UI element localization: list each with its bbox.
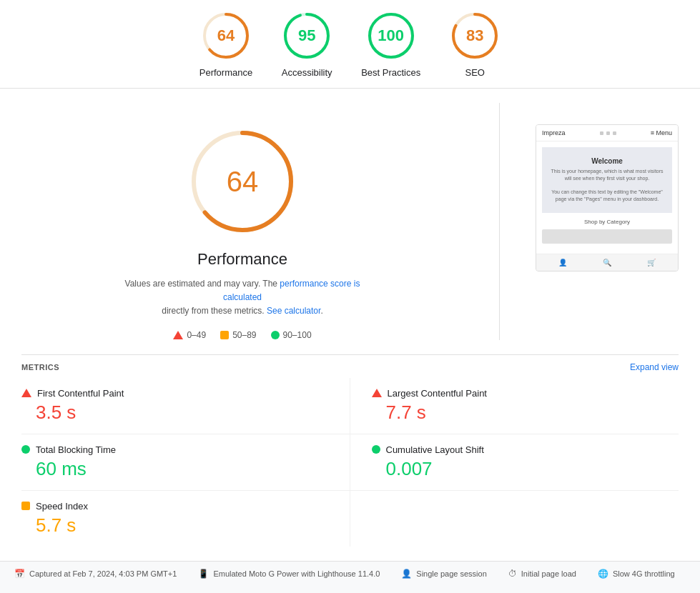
orange-dot-icon [220,331,229,339]
wp-hero-title: Welcome [548,157,666,165]
wp-nav-dot-2 [606,131,610,135]
metric-cls-header: Cumulative Layout Shift [372,444,679,455]
wp-section-title: Shop by Category [542,219,672,225]
cls-value: 0.007 [372,458,679,480]
cls-name: Cumulative Layout Shift [386,444,484,455]
score-value-performance: 64 [217,26,235,45]
score-item-seo[interactable]: 83 SEO [449,10,501,78]
lcp-name: Largest Contentful Paint [388,388,487,399]
perf-desc: Values are estimated and may vary. The p… [121,277,364,319]
info-session-text: Single page session [416,569,486,578]
fcp-value: 3.5 s [21,402,335,424]
wp-footer-cart-icon: 🛒 [647,259,656,266]
metric-fcp: First Contentful Paint 3.5 s [21,378,350,434]
metric-fcp-header: First Contentful Paint [21,388,335,399]
wp-site-name: Impreza [542,129,566,136]
perf-desc-part1: Values are estimated and may vary. The [125,279,280,289]
info-captured: 📅 Captured at Feb 7, 2024, 4:03 PM GMT+1 [14,569,177,579]
perf-desc-part2: directly from these metrics. [162,306,267,316]
perf-right: Impreza ≡ Menu Welcome This is your home… [536,124,679,271]
wp-nav-dot-3 [613,131,616,135]
perf-desc-end: . [320,306,322,316]
calendar-icon: 📅 [14,569,25,579]
wp-category-box [542,229,672,244]
webpage-preview: Impreza ≡ Menu Welcome This is your home… [536,124,679,271]
score-value-seo: 83 [466,26,483,45]
wp-hero-text: This is your homepage, which is what mos… [548,168,666,203]
info-page-load-text: Initial page load [521,569,576,578]
legend-green: 90–100 [271,330,312,340]
score-value-best-practices: 100 [378,26,404,45]
big-gauge-value: 64 [227,166,259,198]
score-circle-best-practices: 100 [365,10,417,61]
performance-section: 64 Performance Values are estimated and … [21,103,679,340]
lcp-value: 7.7 s [372,402,679,424]
score-value-accessibility: 95 [298,26,315,45]
fcp-name: First Contentful Paint [37,388,124,399]
metric-lcp: Largest Contentful Paint 7.7 s [350,378,679,434]
fcp-status-icon [21,389,31,397]
network-icon: 🌐 [598,569,608,579]
legend-orange-range: 50–89 [232,330,256,340]
wp-hero: Welcome This is your homepage, which is … [542,147,672,213]
wp-footer-search-icon: 🔍 [603,259,611,266]
main-content: 64 Performance Values are estimated and … [0,89,700,561]
green-dot-icon [271,331,280,339]
legend-green-range: 90–100 [283,330,312,340]
red-triangle-icon [173,331,183,339]
metrics-header: METRICS Expand view [21,354,679,378]
legend-red-range: 0–49 [187,330,206,340]
info-throttling-text: Slow 4G throttling [613,569,675,578]
perf-title: Performance [197,250,287,269]
metric-tbt-header: Total Blocking Time [21,444,335,455]
info-device: 📱 Emulated Moto G Power with Lighthouse … [198,569,380,579]
score-item-accessibility[interactable]: 95 Accessibility [281,10,332,78]
wp-footer-user-icon: 👤 [558,259,567,266]
perf-left: 64 Performance Values are estimated and … [21,103,463,340]
wp-header: Impreza ≡ Menu [536,125,678,141]
perf-divider [499,103,500,340]
cls-status-icon [372,445,380,454]
perf-calc-link[interactable]: See calculator [267,306,320,316]
metric-cls: Cumulative Layout Shift 0.007 [350,434,679,491]
score-item-best-practices[interactable]: 100 Best Practices [361,10,420,78]
wp-footer: 👤 🔍 🛒 [536,254,678,271]
score-item-performance[interactable]: 64 Performance [199,10,252,78]
metrics-grid: First Contentful Paint 3.5 s Largest Con… [21,378,679,547]
score-circle-performance: 64 [200,10,252,61]
info-captured-text: Captured at Feb 7, 2024, 4:03 PM GMT+1 [29,569,177,578]
scores-bar: 64 Performance 95 Accessibility 100 Best… [0,0,700,89]
tbt-value: 60 ms [21,458,335,480]
info-device-text: Emulated Moto G Power with Lighthouse 11… [213,569,380,578]
lcp-status-icon [372,389,382,397]
metric-lcp-header: Largest Contentful Paint [372,388,679,399]
info-session: 👤 Single page session [401,569,486,579]
legend-red: 0–49 [173,330,206,340]
score-circle-seo: 83 [449,10,501,61]
metric-tbt: Total Blocking Time 60 ms [21,434,350,491]
info-bar: 📅 Captured at Feb 7, 2024, 4:03 PM GMT+1… [0,561,700,593]
wp-nav-dot-1 [600,131,603,135]
score-label-best-practices: Best Practices [361,67,420,78]
tbt-name: Total Blocking Time [36,444,116,455]
wp-nav-label: ≡ Menu [651,129,672,136]
wp-nav-dots [600,131,616,135]
phone-icon: 📱 [198,569,209,579]
expand-view-link[interactable]: Expand view [630,362,679,372]
score-circle-accessibility: 95 [281,10,332,61]
big-gauge: 64 [185,124,300,239]
metrics-title: METRICS [21,363,59,372]
timer-icon: ⏱ [508,569,517,579]
wp-body: Welcome This is your homepage, which is … [536,141,678,254]
si-value: 5.7 s [21,514,335,537]
tbt-status-icon [21,445,30,454]
metric-si-header: Speed Index [21,501,335,512]
si-status-icon [21,502,30,510]
legend: 0–49 50–89 90–100 [173,330,311,340]
score-label-seo: SEO [465,67,485,78]
info-page-load: ⏱ Initial page load [508,569,576,579]
score-label-accessibility: Accessibility [282,67,332,78]
score-label-performance: Performance [199,67,252,78]
info-throttling: 🌐 Slow 4G throttling [598,569,675,579]
user-icon: 👤 [401,569,412,579]
